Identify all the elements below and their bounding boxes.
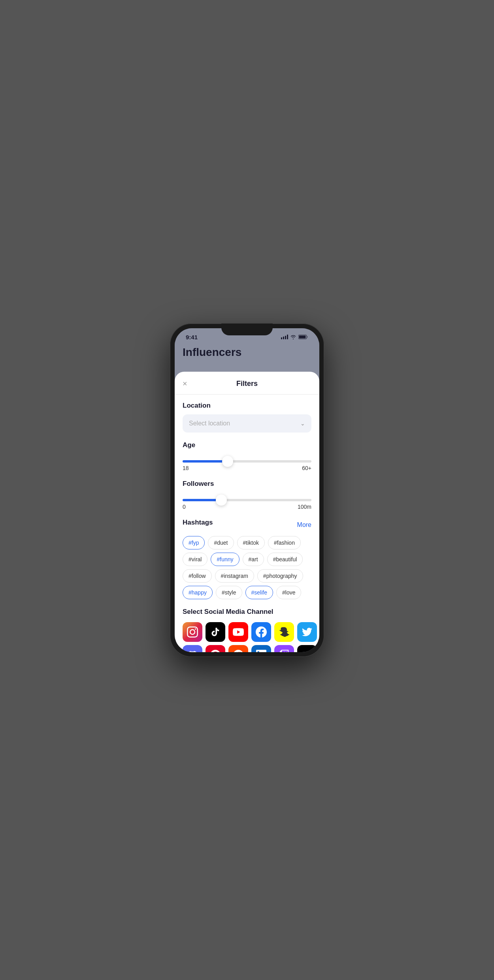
age-section: Age 18 60+: [175, 434, 319, 473]
social-icon-twitter[interactable]: [297, 622, 317, 642]
svg-rect-3: [287, 335, 288, 339]
hashtag-chip[interactable]: #funny: [211, 553, 239, 566]
battery-icon: [298, 335, 308, 339]
social-icon-youtube[interactable]: [228, 622, 248, 642]
followers-min-label: 0: [183, 504, 186, 510]
app-header: Influencers: [175, 343, 319, 363]
hashtag-chip[interactable]: #follow: [183, 569, 212, 583]
hashtags-more-button[interactable]: More: [297, 521, 311, 529]
social-icon-reddit[interactable]: [228, 645, 248, 652]
hashtag-chip[interactable]: #fyp: [183, 536, 205, 549]
hashtag-chip[interactable]: #viral: [183, 553, 207, 566]
social-icon-instagram[interactable]: [183, 622, 202, 642]
location-select[interactable]: Select location ⌄: [183, 414, 311, 433]
chevron-down-icon: ⌄: [300, 420, 305, 427]
social-icon-letterboxd[interactable]: [297, 645, 317, 652]
followers-section: Followers 0 100m: [175, 473, 319, 512]
hashtag-chip[interactable]: #selife: [245, 586, 273, 599]
app-title: Influencers: [183, 346, 241, 358]
svg-rect-2: [285, 336, 286, 339]
age-slider-track: [183, 460, 311, 463]
age-slider-fill: [183, 460, 228, 463]
location-section: Location Select location ⌄: [175, 395, 319, 433]
svg-rect-0: [281, 337, 282, 339]
hashtag-chip[interactable]: #instagram: [215, 569, 254, 583]
social-icon-linkedin[interactable]: [251, 645, 271, 652]
wifi-icon: [290, 335, 296, 339]
age-slider-labels: 18 60+: [183, 465, 311, 471]
followers-max-label: 100m: [298, 504, 311, 510]
age-min-label: 18: [183, 465, 189, 471]
status-icons: [281, 335, 308, 339]
svg-rect-5: [299, 336, 306, 339]
signal-icon: [281, 335, 288, 339]
hashtag-chip[interactable]: #tiktok: [237, 536, 265, 549]
hashtag-chip[interactable]: #happy: [183, 586, 213, 599]
phone-frame: 9:41: [170, 324, 324, 657]
social-icon-tiktok[interactable]: [206, 622, 225, 642]
social-section: Select Social Media Channel: [175, 601, 319, 652]
hashtags-grid: #fyp#duet#tiktok#fashion#viral#funny#art…: [183, 536, 311, 599]
location-label: Location: [183, 402, 311, 410]
modal-header: × Filters: [175, 372, 319, 395]
status-time: 9:41: [186, 334, 198, 340]
notch: [221, 324, 273, 335]
hashtag-chip[interactable]: #photography: [257, 569, 303, 583]
followers-slider-thumb[interactable]: [216, 495, 227, 506]
hashtags-section: Hashtags More #fyp#duet#tiktok#fashion#v…: [175, 512, 319, 599]
followers-slider-labels: 0 100m: [183, 504, 311, 510]
hashtag-chip[interactable]: #love: [276, 586, 301, 599]
social-icon-twitch[interactable]: [274, 645, 294, 652]
age-label: Age: [183, 441, 311, 449]
age-max-label: 60+: [302, 465, 311, 471]
followers-label: Followers: [183, 480, 311, 488]
followers-slider-container: 0 100m: [183, 493, 311, 512]
social-icon-discord[interactable]: [183, 645, 202, 652]
social-label: Select Social Media Channel: [183, 608, 311, 616]
social-icon-pinterest[interactable]: [206, 645, 225, 652]
hashtag-chip[interactable]: #art: [243, 553, 264, 566]
social-icon-snapchat[interactable]: [274, 622, 294, 642]
hashtag-chip[interactable]: #beautiful: [267, 553, 303, 566]
phone-screen: 9:41: [175, 328, 319, 652]
filter-modal: × Filters Location Select location ⌄ Age: [175, 372, 319, 652]
close-button[interactable]: ×: [183, 379, 187, 388]
location-placeholder: Select location: [189, 420, 230, 427]
age-slider-container: 18 60+: [183, 454, 311, 473]
social-grid: [183, 621, 311, 652]
svg-rect-1: [283, 337, 284, 339]
hashtags-header: Hashtags More: [183, 519, 311, 531]
age-slider-thumb[interactable]: [222, 456, 233, 467]
hashtag-chip[interactable]: #style: [216, 586, 242, 599]
social-icon-facebook[interactable]: [251, 622, 271, 642]
modal-title: Filters: [236, 380, 258, 388]
hashtag-chip[interactable]: #fashion: [268, 536, 301, 549]
followers-slider-track: [183, 499, 311, 501]
hashtags-label: Hashtags: [183, 519, 213, 527]
hashtag-chip[interactable]: #duet: [208, 536, 234, 549]
